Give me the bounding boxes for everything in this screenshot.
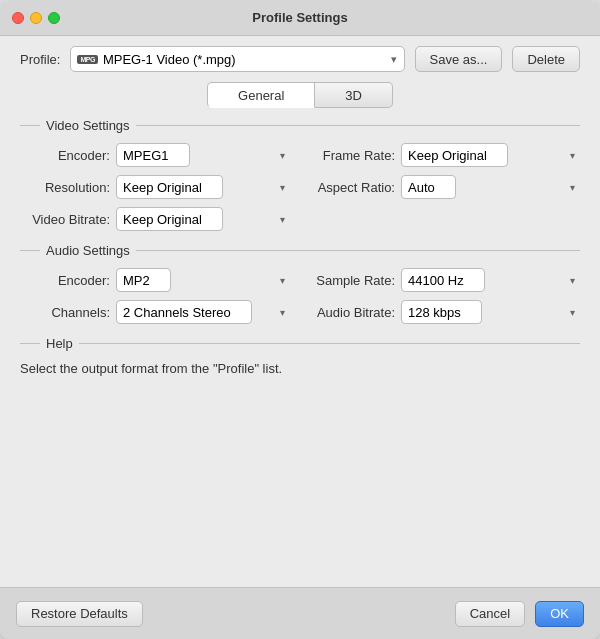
video-bitrate-select[interactable]: Keep Original: [116, 207, 223, 231]
frame-rate-select-wrapper: Keep Original: [401, 143, 580, 167]
maximize-button[interactable]: [48, 12, 60, 24]
section-line-right: [136, 125, 580, 126]
tab-3d[interactable]: 3D: [315, 82, 393, 108]
cancel-button[interactable]: Cancel: [455, 601, 525, 627]
profile-row: Profile: MPG MPEG-1 Video (*.mpg) ▾ Save…: [20, 46, 580, 72]
bottom-right-buttons: Cancel OK: [455, 601, 584, 627]
sample-rate-select-wrapper: 44100 Hz: [401, 268, 580, 292]
resolution-row: Resolution: Keep Original: [20, 175, 290, 199]
audio-encoder-select-wrapper: MP2: [116, 268, 290, 292]
audio-encoder-label: Encoder:: [20, 273, 110, 288]
encoder-row: Encoder: MPEG1: [20, 143, 290, 167]
delete-button[interactable]: Delete: [512, 46, 580, 72]
resolution-select-wrapper: Keep Original: [116, 175, 290, 199]
help-header: Help: [20, 336, 580, 351]
close-button[interactable]: [12, 12, 24, 24]
window-title: Profile Settings: [252, 10, 347, 25]
profile-icon: MPG: [77, 55, 97, 64]
aspect-ratio-label: Aspect Ratio:: [310, 180, 395, 195]
video-bitrate-select-wrapper: Keep Original: [116, 207, 290, 231]
audio-encoder-select[interactable]: MP2: [116, 268, 171, 292]
profile-dropdown[interactable]: MPG MPEG-1 Video (*.mpg) ▾: [70, 46, 404, 72]
channels-select-wrapper: 2 Channels Stereo: [116, 300, 290, 324]
main-content: Profile: MPG MPEG-1 Video (*.mpg) ▾ Save…: [0, 36, 600, 587]
scroll-area: Video Settings Encoder: MPEG1: [20, 118, 580, 577]
audio-bitrate-row: Audio Bitrate: 128 kbps: [310, 300, 580, 324]
audio-settings-header: Audio Settings: [20, 243, 580, 258]
audio-bitrate-label: Audio Bitrate:: [310, 305, 395, 320]
video-bitrate-label: Video Bitrate:: [20, 212, 110, 227]
save-as-button[interactable]: Save as...: [415, 46, 503, 72]
window: Profile Settings Profile: MPG MPEG-1 Vid…: [0, 0, 600, 639]
title-bar: Profile Settings: [0, 0, 600, 36]
bottom-bar: Restore Defaults Cancel OK: [0, 587, 600, 639]
restore-defaults-button[interactable]: Restore Defaults: [16, 601, 143, 627]
audio-section-line-left: [20, 250, 40, 251]
frame-rate-row: Frame Rate: Keep Original: [310, 143, 580, 167]
audio-settings-section: Audio Settings Encoder: MP2: [20, 243, 580, 324]
encoder-select-wrapper: MPEG1: [116, 143, 290, 167]
audio-bitrate-select-wrapper: 128 kbps: [401, 300, 580, 324]
audio-form-grid: Encoder: MP2 Sample Rate: 44100 Hz: [20, 268, 580, 324]
channels-row: Channels: 2 Channels Stereo: [20, 300, 290, 324]
aspect-ratio-select[interactable]: Auto: [401, 175, 456, 199]
audio-encoder-row: Encoder: MP2: [20, 268, 290, 292]
profile-value: MPEG-1 Video (*.mpg): [103, 52, 236, 67]
tab-general[interactable]: General: [207, 82, 315, 108]
profile-select-container: MPG MPEG-1 Video (*.mpg) ▾: [70, 46, 404, 72]
video-settings-header: Video Settings: [20, 118, 580, 133]
ok-button[interactable]: OK: [535, 601, 584, 627]
sample-rate-row: Sample Rate: 44100 Hz: [310, 268, 580, 292]
channels-select[interactable]: 2 Channels Stereo: [116, 300, 252, 324]
resolution-select[interactable]: Keep Original: [116, 175, 223, 199]
help-title: Help: [46, 336, 73, 351]
audio-section-line-right: [136, 250, 580, 251]
tabs-row: General 3D: [20, 82, 580, 108]
help-section-line-right: [79, 343, 580, 344]
video-settings-section: Video Settings Encoder: MPEG1: [20, 118, 580, 231]
traffic-lights: [12, 12, 60, 24]
profile-dropdown-arrow: ▾: [391, 53, 397, 66]
sample-rate-select[interactable]: 44100 Hz: [401, 268, 485, 292]
video-settings-title: Video Settings: [46, 118, 130, 133]
video-bitrate-row: Video Bitrate: Keep Original: [20, 207, 290, 231]
minimize-button[interactable]: [30, 12, 42, 24]
sample-rate-label: Sample Rate:: [310, 273, 395, 288]
help-section-line-left: [20, 343, 40, 344]
profile-label: Profile:: [20, 52, 60, 67]
audio-settings-title: Audio Settings: [46, 243, 130, 258]
channels-label: Channels:: [20, 305, 110, 320]
encoder-label: Encoder:: [20, 148, 110, 163]
section-line-left: [20, 125, 40, 126]
aspect-ratio-row: Aspect Ratio: Auto: [310, 175, 580, 199]
audio-bitrate-select[interactable]: 128 kbps: [401, 300, 482, 324]
encoder-select[interactable]: MPEG1: [116, 143, 190, 167]
help-text: Select the output format from the "Profi…: [20, 361, 580, 376]
frame-rate-label: Frame Rate:: [310, 148, 395, 163]
resolution-label: Resolution:: [20, 180, 110, 195]
aspect-ratio-select-wrapper: Auto: [401, 175, 580, 199]
frame-rate-select[interactable]: Keep Original: [401, 143, 508, 167]
help-section: Help Select the output format from the "…: [20, 336, 580, 376]
video-form-grid: Encoder: MPEG1 Frame Rate: Keep Origin: [20, 143, 580, 231]
